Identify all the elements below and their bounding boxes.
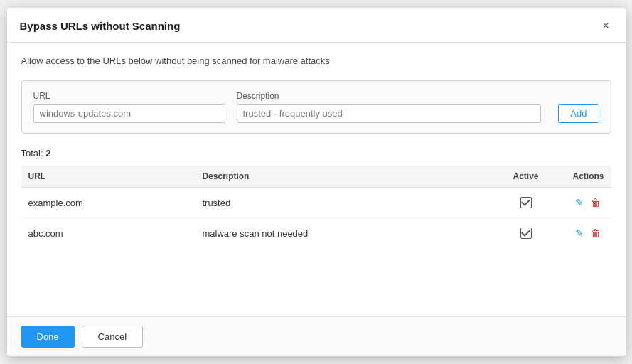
col-header-active: Active — [498, 166, 555, 188]
input-section: URL Description Add — [21, 80, 611, 134]
cell-url: example.com — [21, 188, 196, 218]
table-row: example.comtrusted✎🗑 — [21, 188, 611, 218]
cell-description: malware scan not needed — [195, 218, 497, 249]
delete-button[interactable]: 🗑 — [587, 225, 604, 241]
edit-button[interactable]: ✎ — [572, 225, 587, 241]
cell-description: trusted — [195, 188, 497, 218]
active-checkbox[interactable] — [520, 197, 532, 208]
description-text: Allow access to the URLs below without b… — [21, 55, 611, 66]
bypass-urls-dialog: Bypass URLs without Scanning × Allow acc… — [7, 8, 626, 356]
total-count: 2 — [45, 148, 50, 159]
delete-button[interactable]: 🗑 — [587, 195, 604, 210]
dialog-header: Bypass URLs without Scanning × — [7, 8, 626, 43]
cell-active — [498, 188, 555, 218]
table-body: example.comtrusted✎🗑abc.commalware scan … — [21, 188, 611, 249]
close-button[interactable]: × — [599, 18, 613, 33]
cell-actions: ✎🗑 — [555, 218, 611, 249]
col-header-description: Description — [195, 166, 497, 188]
url-table: URL Description Active Actions example.c… — [21, 166, 611, 248]
cell-active — [498, 218, 555, 249]
cell-url: abc.com — [21, 218, 196, 249]
description-label: Description — [237, 91, 542, 101]
description-input-group: Description — [237, 91, 542, 123]
done-button[interactable]: Done — [21, 326, 75, 348]
add-button[interactable]: Add — [558, 104, 599, 123]
col-header-url: URL — [21, 166, 196, 188]
url-input-group: URL — [33, 91, 225, 123]
dialog-footer: Done Cancel — [7, 316, 626, 356]
table-row: abc.commalware scan not needed✎🗑 — [21, 218, 611, 249]
description-input[interactable] — [237, 104, 542, 123]
col-header-actions: Actions — [555, 166, 611, 188]
table-header: URL Description Active Actions — [21, 166, 611, 188]
url-input[interactable] — [33, 104, 225, 123]
total-label: Total: — [21, 148, 43, 159]
url-label: URL — [33, 91, 225, 101]
active-checkbox[interactable] — [520, 228, 532, 239]
cancel-button[interactable]: Cancel — [82, 326, 143, 348]
edit-button[interactable]: ✎ — [572, 195, 587, 210]
cell-actions: ✎🗑 — [555, 188, 611, 218]
dialog-body: Allow access to the URLs below without b… — [7, 43, 626, 316]
dialog-title: Bypass URLs without Scanning — [20, 20, 181, 32]
total-row: Total: 2 — [21, 148, 611, 159]
